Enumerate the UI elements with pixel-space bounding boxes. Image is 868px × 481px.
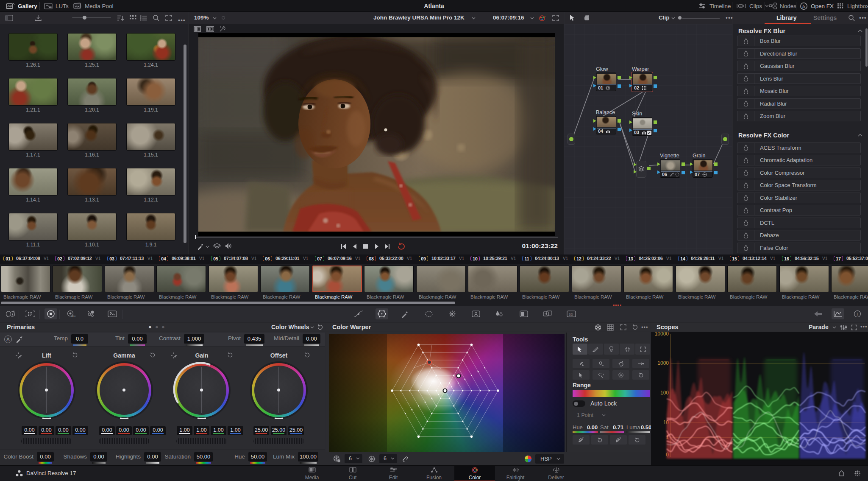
- svg-text:HDR: HDR: [71, 315, 75, 318]
- svg-text:3D: 3D: [569, 313, 573, 316]
- svg-text:fx: fx: [802, 4, 805, 8]
- svg-text:i: i: [857, 312, 858, 316]
